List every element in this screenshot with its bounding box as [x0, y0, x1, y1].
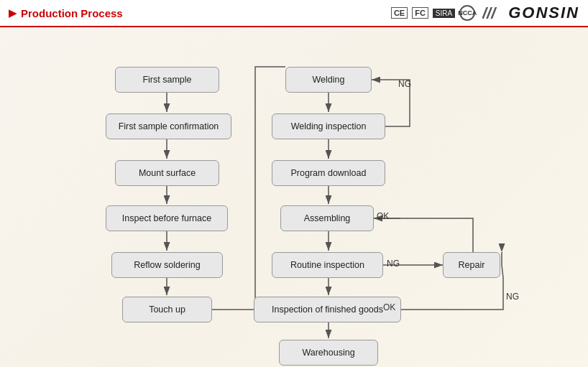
- inspection-finished-goods-box: Inspection of finished goods: [254, 297, 401, 322]
- page-title: Production Process: [21, 7, 123, 19]
- ng2-label: NG: [387, 259, 400, 269]
- fc-badge: FC: [412, 7, 428, 19]
- logo-slashes-icon: ///: [482, 3, 508, 23]
- gonsin-logo: /// GONSIN: [482, 3, 579, 23]
- sira-badge: SIRA: [433, 9, 455, 18]
- assembling-box: Assembling: [280, 205, 374, 231]
- cert-badges: CE FC SIRA NCCA: [391, 5, 475, 21]
- header: ▶ Production Process CE FC SIRA NCCA ///…: [0, 0, 588, 27]
- ng3-label: NG: [506, 292, 519, 302]
- header-right: CE FC SIRA NCCA /// GONSIN: [391, 3, 579, 23]
- repair-box: Repair: [443, 252, 500, 278]
- reflow-soldering-box: Reflow soldering: [111, 252, 223, 278]
- logo-text: GONSIN: [508, 4, 579, 22]
- touch-up-box: Touch up: [122, 297, 212, 322]
- header-left: ▶ Production Process: [9, 7, 123, 19]
- first-sample-confirmation-box: First sample confirmation: [106, 113, 231, 139]
- warehousing-box: Warehousing: [279, 340, 378, 366]
- inspect-before-furnace-box: Inspect before furnace: [106, 205, 228, 231]
- first-sample-box: First sample: [115, 67, 219, 93]
- ce-badge: CE: [391, 7, 408, 19]
- ok1-label: OK: [377, 211, 389, 221]
- routine-inspection-box: Routine inspection: [272, 252, 383, 278]
- ncca-badge: NCCA: [459, 5, 475, 21]
- arrow-icon: ▶: [9, 7, 17, 19]
- welding-box: Welding: [285, 67, 372, 93]
- welding-inspection-box: Welding inspection: [272, 113, 385, 139]
- mount-surface-box: Mount surface: [115, 160, 219, 186]
- main-content: First sample First sample confirmation M…: [0, 27, 588, 367]
- program-download-box: Program download: [272, 160, 385, 186]
- ng1-label: NG: [398, 79, 411, 89]
- svg-text:///: ///: [482, 4, 497, 22]
- ok2-label: OK: [383, 302, 395, 312]
